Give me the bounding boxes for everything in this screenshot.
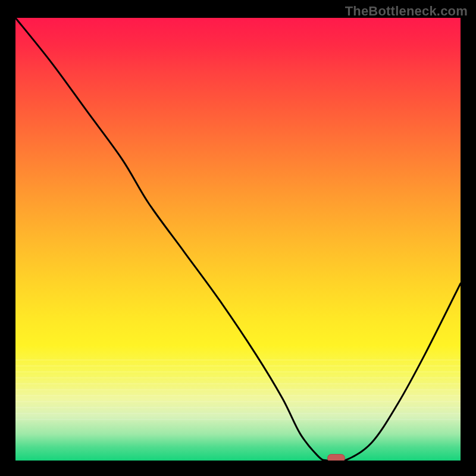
plot-area — [15, 18, 461, 461]
bottleneck-curve-path — [15, 18, 461, 461]
chart-frame: TheBottleneck.com — [0, 0, 476, 476]
watermark-text: TheBottleneck.com — [345, 4, 468, 19]
optimal-point-marker — [327, 454, 345, 461]
bottleneck-curve — [15, 18, 461, 461]
